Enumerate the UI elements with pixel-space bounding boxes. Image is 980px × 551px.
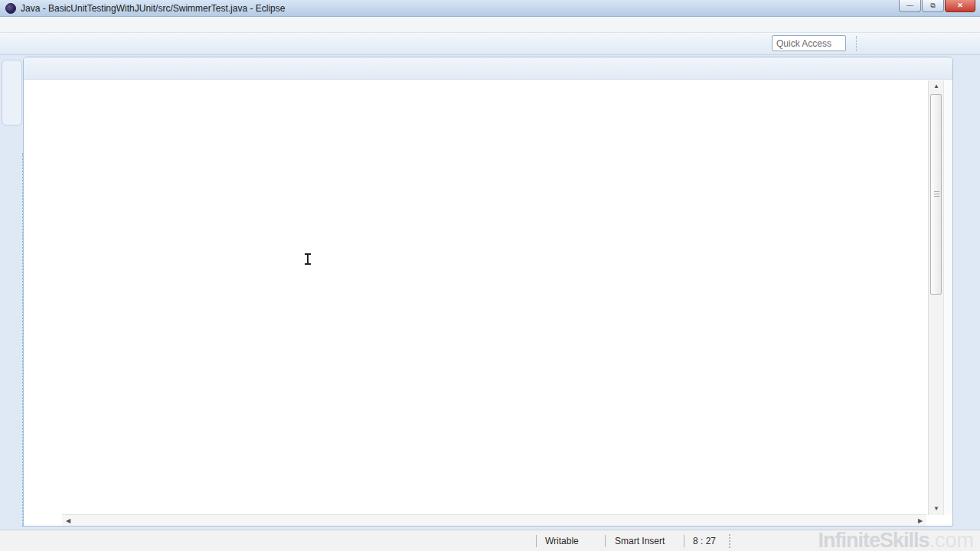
title-bar: Java - BasicUnitTestingWithJUnit/src/Swi… bbox=[0, 0, 980, 17]
minimize-button[interactable]: — bbox=[899, 0, 921, 12]
scroll-down-icon[interactable]: ▼ bbox=[929, 503, 944, 515]
editor-tab-bar bbox=[24, 57, 952, 80]
status-bar: Writable Smart Insert 8 : 27 InfiniteSki… bbox=[0, 530, 980, 551]
window-controls: —⧉✕ bbox=[899, 0, 975, 12]
toolbar-separator bbox=[856, 36, 860, 51]
eclipse-logo-icon bbox=[5, 3, 16, 14]
writable-status: Writable bbox=[545, 536, 579, 546]
cursor-position-status: 8 : 27 bbox=[693, 536, 716, 546]
restore-button[interactable]: ⧉ bbox=[922, 0, 944, 12]
menu-bar bbox=[0, 17, 980, 33]
status-grip bbox=[729, 534, 731, 548]
window-title: Java - BasicUnitTestingWithJUnit/src/Swi… bbox=[21, 3, 285, 14]
horizontal-scrollbar[interactable]: ◀ ▶ bbox=[62, 514, 926, 526]
overview-ruler bbox=[943, 80, 952, 515]
scroll-up-icon[interactable]: ▲ bbox=[929, 80, 944, 93]
quick-access-input[interactable] bbox=[772, 35, 846, 51]
close-button[interactable]: ✕ bbox=[945, 0, 975, 12]
scroll-left-icon[interactable]: ◀ bbox=[62, 515, 74, 527]
eclipse-window: Java - BasicUnitTestingWithJUnit/src/Swi… bbox=[0, 0, 980, 551]
code-editor[interactable] bbox=[24, 80, 952, 515]
watermark: InfiniteSkills.com bbox=[818, 529, 974, 551]
insert-mode-status: Smart Insert bbox=[615, 536, 665, 546]
main-toolbar bbox=[0, 33, 980, 55]
scroll-right-icon[interactable]: ▶ bbox=[914, 515, 926, 527]
editor-area: ▲ ▼ ◀ ▶ bbox=[23, 57, 953, 527]
scrollbar-thumb[interactable] bbox=[930, 94, 942, 295]
left-minimized-trim bbox=[2, 60, 22, 126]
vertical-scrollbar[interactable]: ▲ ▼ bbox=[928, 80, 943, 515]
